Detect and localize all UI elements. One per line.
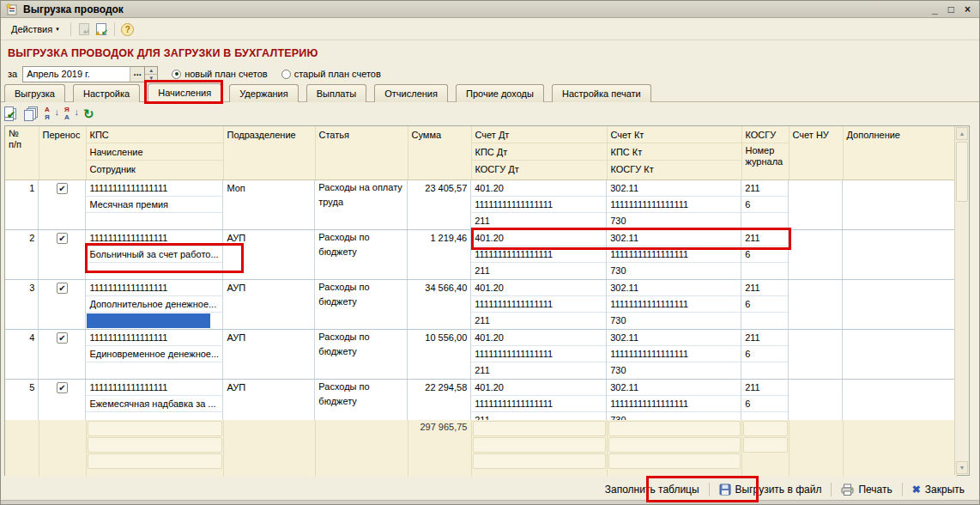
debit-account[interactable]: 401.20 bbox=[471, 280, 606, 296]
kosgu-value[interactable]: 211 bbox=[741, 180, 788, 197]
nu-account-cell[interactable] bbox=[789, 280, 843, 330]
kps-value[interactable]: 11111111111111111 bbox=[86, 230, 222, 246]
kps-column-cell[interactable]: 11111111111111111 Месячная премия bbox=[86, 180, 223, 230]
vertical-scrollbar[interactable]: ▲ ▼ bbox=[954, 126, 969, 475]
credit-kps[interactable]: 11111111111111111 bbox=[607, 396, 741, 412]
radio-old-plan[interactable]: старый план счетов bbox=[281, 69, 381, 79]
extra-cell[interactable] bbox=[843, 380, 956, 421]
kosgu-value[interactable]: 211 bbox=[741, 330, 788, 346]
tab-nastroyka-pechati[interactable]: Настройка печати bbox=[552, 84, 651, 102]
credit-cell[interactable]: 302.11 11111111111111111 730 bbox=[607, 380, 741, 421]
minimize-button[interactable]: _ bbox=[932, 3, 938, 16]
transfer-checkbox[interactable]: ✔ bbox=[57, 183, 68, 194]
debit-kosgu[interactable]: 211 bbox=[471, 412, 606, 420]
restore-values-icon[interactable]: ▲ ↙ bbox=[93, 21, 110, 38]
credit-account[interactable]: 302.11 bbox=[607, 330, 741, 346]
reread-icon[interactable]: ↵ bbox=[76, 21, 93, 38]
debit-kosgu[interactable]: 211 bbox=[471, 213, 606, 229]
scroll-down-icon[interactable]: ▼ bbox=[956, 461, 968, 474]
kps-value[interactable]: 11111111111111111 bbox=[86, 180, 222, 197]
kps-column-cell[interactable]: 11111111111111111 Ежемесячная надбавка з… bbox=[86, 380, 223, 421]
dept-cell[interactable]: АУП bbox=[223, 330, 315, 380]
credit-cell[interactable]: 302.11 11111111111111111 730 bbox=[607, 280, 741, 330]
spin-down-icon[interactable]: ▼ bbox=[145, 75, 157, 82]
dept-cell[interactable]: АУП bbox=[223, 230, 315, 280]
employee-cell[interactable] bbox=[86, 313, 222, 329]
debit-account[interactable]: 401.20 bbox=[471, 330, 606, 346]
sort-descending-icon[interactable]: Я А ↓ bbox=[64, 106, 79, 122]
print-button[interactable]: Печать bbox=[833, 481, 899, 498]
transfer-cell[interactable]: ✔ bbox=[39, 280, 86, 330]
article-cell[interactable]: Расходы по бюджету bbox=[315, 230, 408, 280]
tab-prochie-dokhody[interactable]: Прочие доходы bbox=[456, 84, 544, 102]
credit-account[interactable]: 302.11 bbox=[607, 180, 741, 197]
fill-tables-button[interactable]: Заполнить таблицы bbox=[597, 481, 707, 498]
employee-cell[interactable] bbox=[86, 412, 222, 420]
kosgu-value[interactable]: 211 bbox=[741, 380, 788, 396]
kps-value[interactable]: 11111111111111111 bbox=[86, 380, 222, 396]
accrual-value[interactable]: Дополнительное денежное... bbox=[86, 296, 222, 313]
actions-menu-button[interactable]: Действия ▾ bbox=[4, 21, 66, 37]
close-button[interactable]: × bbox=[965, 3, 971, 16]
credit-cell[interactable]: 302.11 11111111111111111 730 bbox=[607, 180, 741, 230]
tab-nachisleniya[interactable]: Начисления bbox=[148, 83, 221, 102]
dept-cell[interactable]: Моп bbox=[223, 180, 315, 230]
spin-up-icon[interactable]: ▲ bbox=[145, 67, 157, 75]
transfer-checkbox[interactable]: ✔ bbox=[57, 332, 68, 344]
refresh-icon[interactable]: ↻ bbox=[83, 107, 94, 121]
credit-kosgu[interactable]: 730 bbox=[607, 313, 741, 329]
transfer-cell[interactable]: ✔ bbox=[39, 330, 86, 380]
debit-kosgu[interactable]: 211 bbox=[471, 313, 606, 329]
article-cell[interactable]: Расходы по бюджету bbox=[315, 330, 408, 380]
kps-column-cell[interactable]: 11111111111111111 Дополнительное денежно… bbox=[86, 280, 223, 330]
nu-account-cell[interactable] bbox=[789, 380, 843, 421]
extra-cell[interactable] bbox=[843, 230, 956, 280]
row-number-cell[interactable]: 4 bbox=[5, 330, 39, 380]
scroll-up-icon[interactable]: ▲ bbox=[956, 127, 968, 140]
dept-cell[interactable]: АУП bbox=[223, 380, 315, 421]
kosgu-cell[interactable]: 211 6 bbox=[741, 180, 789, 230]
tab-nastroyka[interactable]: Настройка bbox=[73, 84, 140, 102]
kosgu-cell[interactable]: 211 6 bbox=[741, 280, 789, 330]
employee-cell[interactable] bbox=[86, 362, 222, 379]
transfer-cell[interactable]: ✔ bbox=[39, 230, 86, 280]
debit-account[interactable]: 401.20 bbox=[471, 380, 606, 396]
close-form-button[interactable]: ✖ Закрыть bbox=[904, 481, 972, 498]
debit-cell[interactable]: 401.20 11111111111111111 211 bbox=[471, 330, 607, 380]
debit-kps[interactable]: 11111111111111111 bbox=[471, 246, 606, 263]
transfer-checkbox[interactable]: ✔ bbox=[57, 233, 68, 244]
debit-kps[interactable]: 11111111111111111 bbox=[471, 296, 606, 313]
journal-number[interactable]: 6 bbox=[741, 246, 788, 263]
article-cell[interactable]: Расходы по бюджету bbox=[315, 380, 408, 421]
credit-kps[interactable]: 11111111111111111 bbox=[607, 246, 741, 263]
transfer-checkbox[interactable]: ✔ bbox=[57, 382, 68, 393]
export-to-file-button[interactable]: Выгрузить в файл bbox=[711, 481, 830, 498]
accrual-value[interactable]: Ежемесячная надбавка за ... bbox=[86, 396, 222, 412]
nu-account-cell[interactable] bbox=[789, 330, 843, 380]
sum-cell[interactable]: 10 556,00 bbox=[408, 330, 471, 380]
employee-cell[interactable] bbox=[86, 263, 222, 279]
kosgu-value[interactable]: 211 bbox=[741, 230, 788, 246]
tab-vyplaty[interactable]: Выплаты bbox=[306, 84, 366, 102]
debit-account[interactable]: 401.20 bbox=[471, 230, 606, 246]
nu-account-cell[interactable] bbox=[789, 180, 843, 230]
sort-ascending-icon[interactable]: А Я ↓ bbox=[44, 106, 59, 122]
kosgu-cell[interactable]: 211 6 bbox=[741, 380, 789, 421]
credit-kosgu[interactable]: 730 bbox=[607, 362, 741, 379]
credit-kps[interactable]: 11111111111111111 bbox=[607, 346, 741, 362]
credit-account[interactable]: 302.11 bbox=[607, 380, 741, 396]
help-icon[interactable]: ? bbox=[119, 21, 136, 38]
debit-kosgu[interactable]: 211 bbox=[471, 263, 606, 279]
employee-cell[interactable] bbox=[86, 213, 222, 229]
credit-kosgu[interactable]: 730 bbox=[607, 213, 741, 229]
journal-number[interactable]: 6 bbox=[741, 197, 788, 213]
credit-account[interactable]: 302.11 bbox=[607, 230, 741, 246]
credit-cell[interactable]: 302.11 11111111111111111 730 bbox=[607, 330, 741, 380]
extra-cell[interactable] bbox=[843, 280, 956, 330]
accrual-value[interactable]: Месячная премия bbox=[86, 197, 222, 213]
period-picker-button[interactable]: ... bbox=[130, 67, 144, 82]
transfer-cell[interactable]: ✔ bbox=[39, 380, 86, 421]
dept-cell[interactable]: АУП bbox=[223, 280, 315, 330]
period-input[interactable]: Апрель 2019 г. ... bbox=[22, 66, 145, 82]
journal-number[interactable]: 6 bbox=[741, 346, 788, 362]
